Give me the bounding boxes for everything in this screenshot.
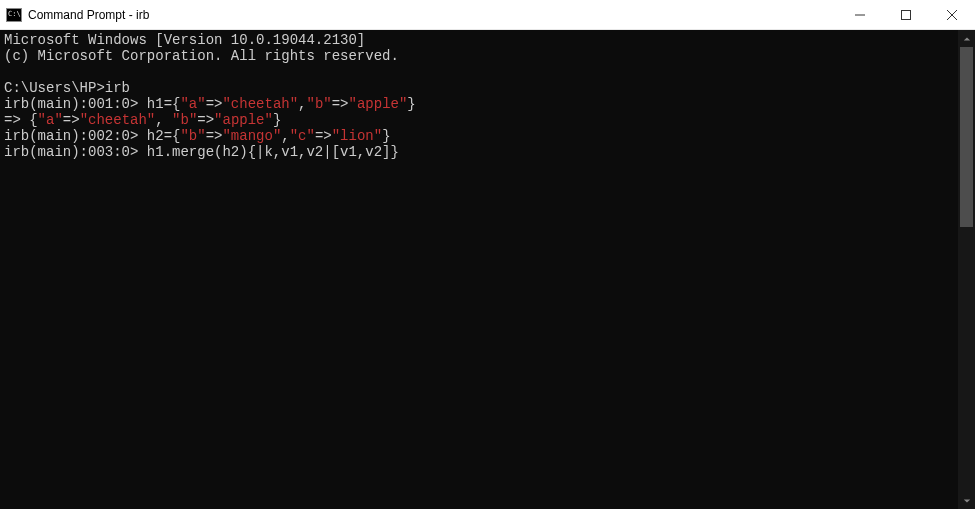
terminal-area: Microsoft Windows [Version 10.0.19044.21… bbox=[0, 30, 975, 509]
scrollbar[interactable] bbox=[958, 30, 975, 509]
scroll-up-icon[interactable] bbox=[958, 30, 975, 47]
svg-rect-1 bbox=[902, 10, 911, 19]
scroll-thumb[interactable] bbox=[960, 47, 973, 227]
output-line: irb(main):002:0> h2={"b"=>"mango","c"=>"… bbox=[4, 128, 954, 144]
output-line: irb(main):001:0> h1={"a"=>"cheetah","b"=… bbox=[4, 96, 954, 112]
output-line: C:\Users\HP>irb bbox=[4, 80, 954, 96]
window-title: Command Prompt - irb bbox=[28, 8, 837, 22]
output-line: irb(main):003:0> h1.merge(h2){|k,v1,v2|[… bbox=[4, 144, 954, 160]
window-controls bbox=[837, 0, 975, 29]
close-button[interactable] bbox=[929, 0, 975, 29]
output-line: (c) Microsoft Corporation. All rights re… bbox=[4, 48, 954, 64]
maximize-button[interactable] bbox=[883, 0, 929, 29]
cmd-icon bbox=[6, 8, 22, 22]
scroll-down-icon[interactable] bbox=[958, 492, 975, 509]
output-line: Microsoft Windows [Version 10.0.19044.21… bbox=[4, 32, 954, 48]
output-line: => {"a"=>"cheetah", "b"=>"apple"} bbox=[4, 112, 954, 128]
minimize-button[interactable] bbox=[837, 0, 883, 29]
terminal-output[interactable]: Microsoft Windows [Version 10.0.19044.21… bbox=[0, 30, 958, 509]
output-line bbox=[4, 64, 954, 80]
titlebar: Command Prompt - irb bbox=[0, 0, 975, 30]
